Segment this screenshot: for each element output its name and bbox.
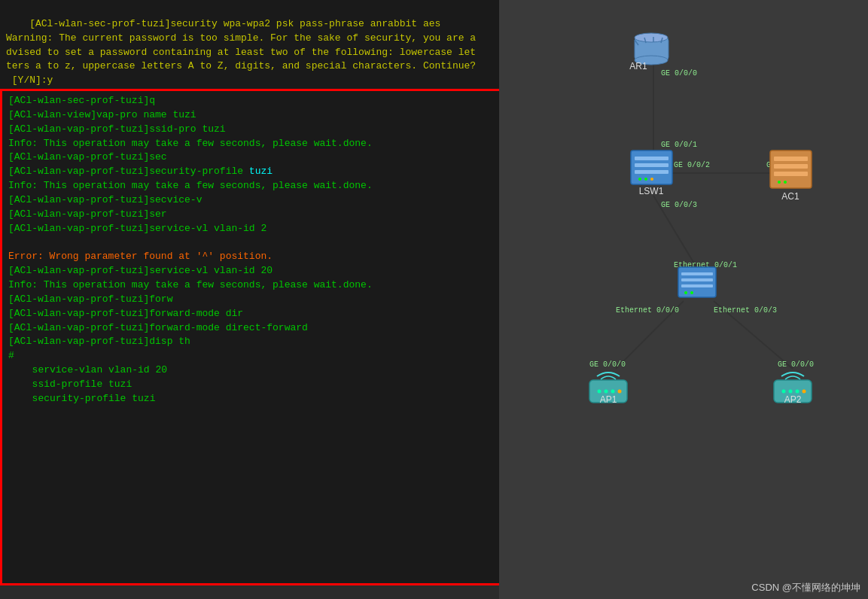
line-3: [ACl-wlan-vap-prof-tuzi]ssid-pro tuzi bbox=[8, 123, 564, 137]
svg-rect-26 bbox=[635, 170, 669, 174]
line-21: security-profile tuzi bbox=[8, 392, 564, 406]
svg-text:Ethernet 0/0/3: Ethernet 0/0/3 bbox=[714, 306, 777, 315]
line-6: [ACl-wlan-vap-prof-tuzi]security-profile… bbox=[8, 165, 564, 179]
watermark: CSDN @不懂网络的坤坤 bbox=[751, 581, 860, 594]
svg-rect-37 bbox=[681, 272, 713, 275]
svg-rect-24 bbox=[635, 157, 669, 160]
svg-point-46 bbox=[618, 390, 622, 394]
line-19: service-vlan vlan-id 20 bbox=[8, 363, 564, 378]
svg-point-50 bbox=[796, 390, 799, 394]
svg-rect-31 bbox=[774, 157, 808, 161]
terminal-overlay: [ACl-wlan-sec-prof-tuzi]q [ACl-wlan-view… bbox=[0, 89, 572, 585]
svg-point-41 bbox=[690, 291, 693, 294]
line-14: [ACl-wlan-vap-prof-tuzi]forw bbox=[8, 293, 564, 307]
ar1-label: AR1 bbox=[629, 61, 647, 71]
line-2: [ACl-wlan-view]vap-pro name tuzi bbox=[8, 108, 564, 123]
line-12: [ACl-wlan-vap-prof-tuzi]service-vl vlan-… bbox=[8, 264, 564, 278]
svg-point-35 bbox=[784, 181, 787, 184]
line-7: Info: This operation may take a few seco… bbox=[8, 179, 564, 193]
line-20: ssid-profile tuzi bbox=[8, 378, 564, 392]
svg-point-49 bbox=[789, 390, 793, 394]
ap1-label: AP1 bbox=[600, 394, 617, 405]
svg-point-43 bbox=[598, 390, 602, 394]
line-17: [ACl-wlan-vap-prof-tuzi]disp th bbox=[8, 335, 564, 349]
svg-text:GE 0/0/2: GE 0/0/2 bbox=[674, 161, 710, 169]
svg-text:Ethernet 0/0/0: Ethernet 0/0/0 bbox=[616, 306, 679, 315]
line-error: Error: Wrong parameter found at '^' posi… bbox=[8, 250, 564, 264]
watermark-text: CSDN @不懂网络的坤坤 bbox=[751, 582, 860, 593]
line-10: [ACl-wlan-vap-prof-tuzi]service-vl vlan-… bbox=[8, 222, 564, 236]
svg-rect-30 bbox=[770, 151, 812, 188]
line-16: [ACl-wlan-vap-prof-tuzi]forward-mode dir… bbox=[8, 321, 564, 336]
svg-text:GE 0/0/3: GE 0/0/3 bbox=[661, 201, 697, 209]
line-18: # bbox=[8, 349, 564, 363]
svg-point-48 bbox=[782, 390, 786, 394]
ac1-label: AC1 bbox=[781, 191, 799, 202]
svg-point-34 bbox=[778, 181, 781, 184]
lsw1-node bbox=[631, 151, 672, 184]
ap2-label: AP2 bbox=[784, 394, 802, 405]
svg-text:GE 0/0/1: GE 0/0/1 bbox=[661, 141, 697, 149]
svg-point-40 bbox=[684, 291, 687, 294]
ar1-node bbox=[635, 33, 669, 65]
svg-point-28 bbox=[644, 178, 647, 181]
svg-text:GE 0/0/0: GE 0/0/0 bbox=[589, 360, 626, 369]
svg-rect-25 bbox=[635, 163, 669, 167]
line-13: Info: This operation may take a few seco… bbox=[8, 278, 564, 293]
svg-point-29 bbox=[650, 178, 653, 181]
svg-point-45 bbox=[611, 390, 615, 394]
main-area: [ACl-wlan-sec-prof-tuzi]security wpa-wpa… bbox=[0, 0, 868, 599]
lsw1-label: LSW1 bbox=[639, 186, 664, 196]
line-blank bbox=[8, 236, 564, 250]
svg-text:GE 0/0/0: GE 0/0/0 bbox=[778, 360, 814, 369]
network-diagram: GE 0/0/0 GE 0/0/1 GE 0/0/2 GE 0/0/1 GE 0… bbox=[499, 0, 868, 599]
line-8: [ACl-wlan-vap-prof-tuzi]secvice-v bbox=[8, 193, 564, 208]
svg-point-27 bbox=[638, 178, 641, 181]
svg-rect-32 bbox=[774, 164, 808, 169]
svg-text:GE 0/0/0: GE 0/0/0 bbox=[661, 69, 697, 78]
line-5: [ACl-wlan-vap-prof-tuzi]sec bbox=[8, 151, 564, 165]
ac1-node bbox=[770, 151, 812, 188]
svg-rect-39 bbox=[681, 284, 713, 287]
lsw2-node bbox=[678, 267, 716, 297]
svg-point-44 bbox=[605, 390, 608, 394]
svg-rect-33 bbox=[774, 172, 808, 176]
top-terminal-text: [ACl-wlan-sec-prof-tuzi]security wpa-wpa… bbox=[6, 18, 476, 86]
line-4: Info: This operation may take a few seco… bbox=[8, 137, 564, 151]
svg-point-17 bbox=[635, 33, 668, 42]
svg-point-51 bbox=[803, 390, 806, 394]
svg-rect-0 bbox=[499, 0, 868, 599]
svg-rect-38 bbox=[681, 278, 713, 281]
line-1: [ACl-wlan-sec-prof-tuzi]q bbox=[8, 94, 564, 108]
svg-rect-36 bbox=[678, 267, 716, 297]
line-9: [ACl-wlan-vap-prof-tuzi]ser bbox=[8, 208, 564, 222]
line-15: [ACl-wlan-vap-prof-tuzi]forward-mode dir bbox=[8, 307, 564, 321]
